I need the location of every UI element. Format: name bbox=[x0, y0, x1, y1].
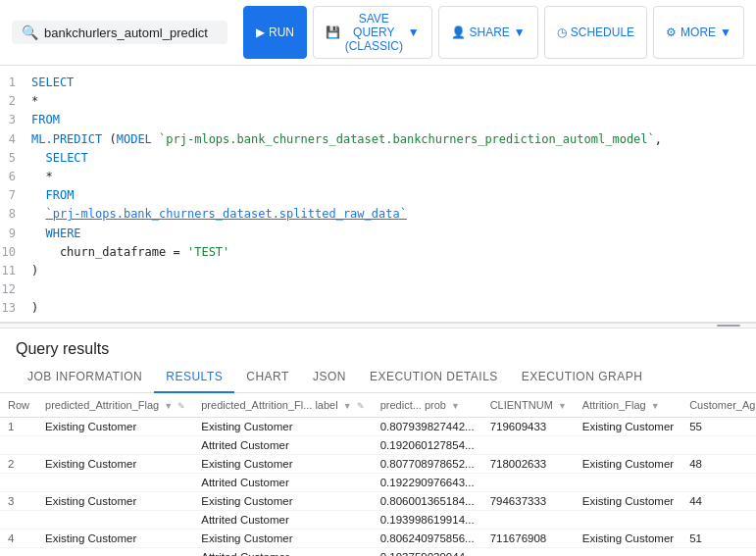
editor-line-1: 1 SELECT bbox=[0, 74, 756, 92]
table-header-row: Row predicted_Attrition_Flag ▼ ✎ predict… bbox=[0, 393, 756, 418]
run-label: RUN bbox=[269, 25, 294, 39]
cell-prob-sub: 0.193759039044... bbox=[373, 548, 482, 556]
table-row-sub: Attrited Customer 0.193759039044... bbox=[0, 548, 756, 556]
cell-prob-sub: 0.192060127854... bbox=[373, 436, 482, 455]
tab-execution-graph[interactable]: EXECUTION GRAPH bbox=[510, 362, 655, 393]
editor-line-3: 3 FROM bbox=[0, 111, 756, 129]
cell-clientnum: 718002633 bbox=[482, 455, 575, 474]
editor-line-7: 7 FROM bbox=[0, 186, 756, 205]
cell-clientnum: 711676908 bbox=[482, 530, 575, 548]
edit-icon[interactable]: ✎ bbox=[357, 401, 365, 411]
cell-predicted-label: Existing Customer bbox=[193, 418, 372, 436]
col-header-customer-age[interactable]: Customer_Age ▼ ✎ bbox=[681, 393, 756, 418]
cell-predicted-flag-sub bbox=[37, 474, 193, 492]
cell-clientnum-sub bbox=[482, 511, 575, 530]
share-button[interactable]: 👤 SHARE ▼ bbox=[438, 6, 538, 59]
cell-row-num: 1 bbox=[0, 418, 37, 436]
col-header-clientnum[interactable]: CLIENTNUM ▼ bbox=[482, 393, 575, 418]
chevron-down-icon: ▼ bbox=[408, 25, 420, 39]
search-box: 🔍 bankchurlers_automl_predict bbox=[12, 21, 227, 44]
tab-json[interactable]: JSON bbox=[301, 362, 358, 393]
tab-job-information[interactable]: JOB INFORMATION bbox=[16, 362, 154, 393]
sort-icon: ▼ bbox=[451, 401, 460, 411]
editor-line-13: 13 ) bbox=[0, 299, 756, 318]
chevron-down-icon: ▼ bbox=[514, 25, 526, 39]
sort-icon: ▼ bbox=[343, 401, 352, 411]
save-query-button[interactable]: 💾 SAVE QUERY (CLASSIC) ▼ bbox=[313, 6, 432, 59]
cell-age-sub bbox=[681, 511, 756, 530]
schedule-icon: ◷ bbox=[557, 25, 567, 39]
cell-attrition-flag-sub bbox=[575, 474, 681, 492]
cell-row-num-sub bbox=[0, 474, 37, 492]
cell-attrition-flag: Existing Customer bbox=[575, 492, 681, 511]
edit-icon[interactable]: ✎ bbox=[177, 401, 185, 411]
cell-row-num: 3 bbox=[0, 492, 37, 511]
cell-prob: 0.807939827442... bbox=[373, 418, 482, 436]
cell-age-sub bbox=[681, 436, 756, 455]
share-label: SHARE bbox=[470, 25, 510, 39]
cell-predicted-flag-sub bbox=[37, 548, 193, 556]
toolbar: 🔍 bankchurlers_automl_predict ▶ RUN 💾 SA… bbox=[0, 0, 756, 66]
schedule-button[interactable]: ◷ SCHEDULE bbox=[544, 6, 647, 59]
col-header-predicted-flag[interactable]: predicted_Attrition_Flag ▼ ✎ bbox=[37, 393, 193, 418]
col-header-predicted-label[interactable]: predicted_Attrition_Fl... label ▼ ✎ bbox=[193, 393, 372, 418]
cell-attrition-flag: Existing Customer bbox=[575, 455, 681, 474]
editor-line-2: 2 * bbox=[0, 92, 756, 111]
save-icon: 💾 bbox=[326, 25, 340, 39]
cell-predicted-flag: Existing Customer bbox=[37, 418, 193, 436]
search-icon: 🔍 bbox=[22, 25, 38, 40]
col-header-attrition-flag[interactable]: Attrition_Flag ▼ bbox=[575, 393, 681, 418]
cell-predicted-label-sub: Attrited Customer bbox=[193, 436, 372, 455]
table-row: 1 Existing Customer Existing Customer 0.… bbox=[0, 418, 756, 436]
cell-predicted-label-sub: Attrited Customer bbox=[193, 474, 372, 492]
tab-results[interactable]: RESULTS bbox=[154, 362, 234, 393]
resize-bar-icon bbox=[717, 325, 740, 327]
cell-predicted-flag: Existing Customer bbox=[37, 530, 193, 548]
cell-age: 51 bbox=[681, 530, 756, 548]
cell-attrition-flag-sub bbox=[575, 548, 681, 556]
editor-line-6: 6 * bbox=[0, 168, 756, 186]
table-row: 2 Existing Customer Existing Customer 0.… bbox=[0, 455, 756, 474]
cell-prob-sub: 0.193998619914... bbox=[373, 511, 482, 530]
editor-line-12: 12 bbox=[0, 280, 756, 299]
cell-predicted-flag: Existing Customer bbox=[37, 455, 193, 474]
cell-prob: 0.806001365184... bbox=[373, 492, 482, 511]
sql-editor[interactable]: 1 SELECT 2 * 3 FROM 4 ML.PREDICT (MODEL … bbox=[0, 66, 756, 323]
table-row-sub: Attrited Customer 0.192290976643... bbox=[0, 474, 756, 492]
results-table-container[interactable]: Row predicted_Attrition_Flag ▼ ✎ predict… bbox=[0, 393, 756, 556]
cell-predicted-label: Existing Customer bbox=[193, 455, 372, 474]
more-button[interactable]: ⚙ MORE ▼ bbox=[653, 6, 744, 59]
cell-attrition-flag-sub bbox=[575, 436, 681, 455]
col-header-predict-prob[interactable]: predict... prob ▼ bbox=[373, 393, 482, 418]
cell-age: 48 bbox=[681, 455, 756, 474]
save-label: SAVE QUERY (CLASSIC) bbox=[344, 12, 404, 53]
cell-clientnum: 719609433 bbox=[482, 418, 575, 436]
cell-attrition-flag: Existing Customer bbox=[575, 530, 681, 548]
cell-predicted-label-sub: Attrited Customer bbox=[193, 548, 372, 556]
cell-clientnum: 794637333 bbox=[482, 492, 575, 511]
table-row: 3 Existing Customer Existing Customer 0.… bbox=[0, 492, 756, 511]
cell-predicted-flag-sub bbox=[37, 511, 193, 530]
cell-clientnum-sub bbox=[482, 436, 575, 455]
cell-predicted-label-sub: Attrited Customer bbox=[193, 511, 372, 530]
results-title: Query results bbox=[0, 329, 756, 362]
results-tabs: JOB INFORMATION RESULTS CHART JSON EXECU… bbox=[0, 362, 756, 393]
cell-predicted-flag-sub bbox=[37, 436, 193, 455]
run-button[interactable]: ▶ RUN bbox=[243, 6, 307, 59]
editor-line-4: 4 ML.PREDICT (MODEL `prj-mlops.bank_chur… bbox=[0, 130, 756, 149]
cell-row-num: 2 bbox=[0, 455, 37, 474]
table-row-sub: Attrited Customer 0.192060127854... bbox=[0, 436, 756, 455]
tab-chart[interactable]: CHART bbox=[234, 362, 301, 393]
tab-execution-details[interactable]: EXECUTION DETAILS bbox=[358, 362, 510, 393]
cell-row-num: 4 bbox=[0, 530, 37, 548]
cell-row-num-sub bbox=[0, 436, 37, 455]
results-section: Query results JOB INFORMATION RESULTS CH… bbox=[0, 329, 756, 556]
editor-line-10: 10 churn_dataframe = 'TEST' bbox=[0, 243, 756, 262]
cell-prob-sub: 0.192290976643... bbox=[373, 474, 482, 492]
more-label: MORE bbox=[680, 25, 716, 39]
results-table: Row predicted_Attrition_Flag ▼ ✎ predict… bbox=[0, 393, 756, 556]
query-name: bankchurlers_automl_predict bbox=[44, 25, 208, 40]
editor-line-5: 5 SELECT bbox=[0, 149, 756, 168]
cell-row-num-sub bbox=[0, 511, 37, 530]
cell-age: 44 bbox=[681, 492, 756, 511]
